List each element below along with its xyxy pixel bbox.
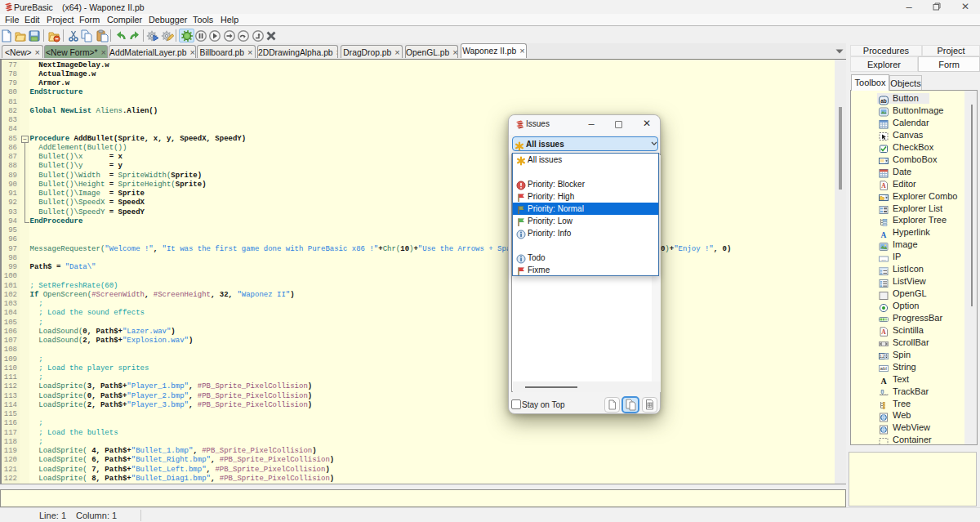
svg-text:abl: abl	[880, 365, 887, 371]
svg-text:A: A	[881, 231, 887, 239]
svg-text:A: A	[881, 182, 886, 190]
svg-text:12: 12	[880, 354, 885, 359]
svg-text:...: ...	[881, 256, 886, 261]
svg-text:A: A	[881, 328, 886, 336]
svg-text:A: A	[880, 377, 887, 386]
svg-text:ab: ab	[880, 97, 887, 103]
